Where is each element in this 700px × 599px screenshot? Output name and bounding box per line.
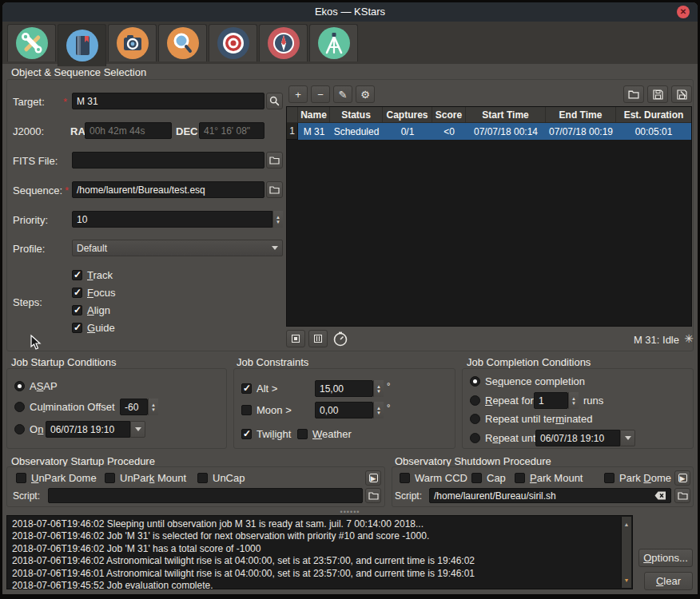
- tab-capture[interactable]: [108, 24, 157, 61]
- clear-text-icon[interactable]: [654, 491, 666, 500]
- repeat-until-datetime-picker[interactable]: 06/07/18 19:10: [535, 430, 635, 446]
- spin-arrows-icon[interactable]: ▲▼: [272, 211, 283, 228]
- step-focus-checkbox[interactable]: Focus: [72, 287, 115, 299]
- tab-scheduler[interactable]: [58, 24, 106, 66]
- repeat-count-value[interactable]: 1: [534, 392, 568, 409]
- checkbox-icon: [400, 473, 410, 483]
- sequence-input[interactable]: /home/laurent/Bureau/test.esq: [72, 181, 264, 198]
- shutdown-script-input[interactable]: /home/laurent/Bureau/siril.sh: [429, 488, 671, 503]
- uncap-checkbox[interactable]: UnCap: [197, 472, 245, 484]
- step-align-checkbox[interactable]: Align: [72, 304, 110, 316]
- repeat-until-radio[interactable]: Repeat until: [470, 432, 540, 444]
- sequence-completion-radio[interactable]: Sequence completion: [470, 375, 585, 387]
- col-start-time[interactable]: Start Time: [466, 107, 546, 122]
- spin-arrows-icon[interactable]: ▲▼: [373, 402, 384, 419]
- park-mount-checkbox[interactable]: Park Mount: [515, 472, 583, 484]
- moon-value[interactable]: 0,00: [315, 402, 373, 419]
- weather-checkbox[interactable]: Weather: [297, 428, 352, 440]
- sequence-browse-button[interactable]: [266, 181, 283, 198]
- profile-value: Default: [77, 243, 107, 254]
- datetime-dropdown-button[interactable]: [620, 430, 635, 446]
- fits-browse-button[interactable]: [266, 152, 283, 169]
- stop-scheduler-button[interactable]: [286, 330, 305, 347]
- park-dome-checkbox[interactable]: Park Dome: [604, 472, 671, 484]
- pause-scheduler-button[interactable]: [308, 330, 328, 347]
- ra-input[interactable]: 00h 42m 44s: [85, 122, 172, 139]
- log-scrollbar[interactable]: ▲ ▼: [621, 517, 631, 588]
- moon-label: Moon >: [257, 404, 292, 416]
- step-track-checkbox[interactable]: Track: [72, 269, 113, 281]
- altitude-checkbox[interactable]: Alt >: [241, 383, 277, 395]
- culmination-offset-value[interactable]: -60: [120, 399, 148, 415]
- spin-arrows-icon[interactable]: ▲▼: [148, 399, 158, 415]
- cap-checkbox[interactable]: Cap: [471, 472, 506, 484]
- evaluate-jobs-button[interactable]: ⚙: [356, 85, 375, 103]
- clear-button[interactable]: Clear: [644, 572, 693, 590]
- run-startup-button[interactable]: ▶: [365, 470, 381, 486]
- repeat-count-spinbox[interactable]: 1 ▲▼: [534, 392, 579, 409]
- step-guide-checkbox[interactable]: Guide: [72, 322, 115, 334]
- timer-clock-icon: [332, 331, 348, 347]
- on-datetime-value[interactable]: 06/07/18 19:10: [46, 421, 130, 438]
- close-button[interactable]: ✕: [677, 6, 690, 18]
- repeat-until-datetime-value[interactable]: 06/07/18 19:10: [535, 430, 620, 446]
- unpark-dome-checkbox[interactable]: UnPark Dome: [16, 472, 97, 484]
- remove-job-button[interactable]: −: [311, 85, 330, 103]
- spin-arrows-icon[interactable]: ▲▼: [373, 380, 384, 397]
- priority-value[interactable]: 10: [72, 211, 272, 228]
- warm-ccd-checkbox[interactable]: Warm CCD: [400, 472, 467, 484]
- tab-guide[interactable]: [259, 24, 308, 61]
- twilight-checkbox[interactable]: Twilight: [241, 428, 291, 440]
- repeat-until-terminated-radio[interactable]: Repeat until terminated: [470, 413, 592, 425]
- target-input[interactable]: M 31: [72, 93, 264, 109]
- col-score[interactable]: Score: [432, 107, 466, 122]
- edit-job-button[interactable]: ✎: [333, 85, 352, 103]
- title-bar[interactable]: Ekos — KStars ✕: [2, 2, 698, 22]
- open-schedule-button[interactable]: [623, 85, 644, 103]
- mouse-cursor: [30, 335, 42, 351]
- cell-name: M 31: [298, 123, 330, 140]
- add-job-button[interactable]: +: [288, 85, 308, 103]
- on-date-radio[interactable]: On: [14, 423, 43, 435]
- col-name[interactable]: Name: [298, 107, 330, 122]
- chevron-down-icon: [272, 246, 278, 250]
- asap-radio[interactable]: ASAP: [14, 380, 58, 392]
- spin-arrows-icon[interactable]: ▲▼: [568, 392, 579, 409]
- startup-script-browse-button[interactable]: [365, 488, 381, 503]
- repeat-for-radio[interactable]: Repeat for: [470, 395, 534, 407]
- target-search-button[interactable]: [266, 93, 283, 109]
- datetime-dropdown-button[interactable]: [130, 421, 145, 438]
- options-button[interactable]: Options...: [638, 549, 693, 567]
- save-schedule-as-button[interactable]: [671, 85, 692, 103]
- startup-script-input[interactable]: [48, 488, 363, 503]
- profile-select[interactable]: Default: [72, 240, 283, 256]
- unpark-mount-checkbox[interactable]: UnPark Mount: [105, 472, 186, 484]
- table-row[interactable]: 1 M 31 Scheduled 0/1 <0 07/07/18 00:14 0…: [287, 123, 691, 140]
- log-output[interactable]: 2018-07-06T19:46:02 Sleeping until obser…: [6, 515, 633, 589]
- moon-spinbox[interactable]: 0,00 ▲▼: [315, 402, 384, 419]
- moon-checkbox[interactable]: Moon >: [241, 404, 292, 416]
- run-shutdown-button[interactable]: ▶: [674, 470, 690, 486]
- tab-focus[interactable]: [158, 24, 207, 61]
- col-status[interactable]: Status: [330, 107, 383, 122]
- altitude-value[interactable]: 15,00: [315, 380, 373, 397]
- on-datetime-picker[interactable]: 06/07/18 19:10: [46, 421, 145, 438]
- col-captures[interactable]: Captures: [383, 107, 432, 122]
- tab-mount[interactable]: [309, 24, 358, 61]
- row-number-header: [287, 107, 298, 122]
- scroll-down-icon[interactable]: ▼: [624, 574, 630, 586]
- altitude-spinbox[interactable]: 15,00 ▲▼: [315, 380, 384, 397]
- tab-align[interactable]: [209, 24, 257, 61]
- shutdown-script-browse-button[interactable]: [674, 488, 690, 503]
- culmination-offset-spinbox[interactable]: -60 ▲▼: [120, 399, 158, 415]
- priority-spinbox[interactable]: 10 ▲▼: [72, 211, 283, 228]
- save-schedule-button[interactable]: [647, 85, 668, 103]
- jobs-table[interactable]: Name Status Captures Score Start Time En…: [286, 106, 692, 327]
- scroll-up-icon[interactable]: ▲: [624, 518, 630, 530]
- culmination-radio[interactable]: Culmination Offset: [14, 401, 115, 413]
- col-end-time[interactable]: End Time: [546, 107, 616, 122]
- col-est-duration[interactable]: Est. Duration: [616, 107, 691, 122]
- fits-input[interactable]: [72, 152, 264, 169]
- tab-setup[interactable]: [7, 24, 56, 61]
- dec-input[interactable]: 41° 16' 08": [199, 122, 264, 139]
